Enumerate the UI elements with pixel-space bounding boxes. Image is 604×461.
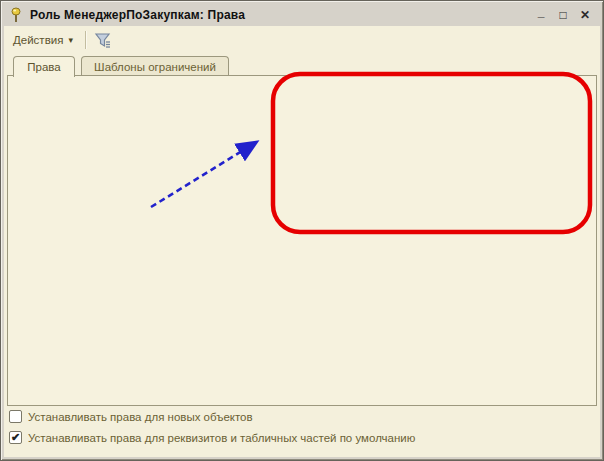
actions-menu-label: Действия (13, 34, 63, 46)
checkbox-label: Устанавливать права для реквизитов и таб… (28, 432, 415, 444)
filter-icon[interactable] (93, 31, 113, 50)
toolbar: Действия ▾ (5, 28, 601, 52)
checkbox-unchecked[interactable] (9, 410, 22, 423)
toolbar-separator (85, 31, 86, 49)
window: Роль МенеджерПоЗакупкам: Права _ □ ✕ Дей… (0, 0, 604, 461)
checkbox-label: Устанавливать права для новых объектов (28, 411, 253, 423)
role-icon (8, 7, 24, 23)
set-rights-for-attributes-row[interactable]: ✔ Устанавливать права для реквизитов и т… (9, 431, 415, 444)
tab-rights[interactable]: Права (13, 56, 75, 77)
title-bar[interactable]: Роль МенеджерПоЗакупкам: Права _ □ ✕ (4, 4, 600, 26)
maximize-button[interactable]: □ (554, 7, 572, 23)
window-title: Роль МенеджерПоЗакупкам: Права (30, 8, 245, 22)
minimize-button[interactable]: _ (532, 7, 550, 23)
close-button[interactable]: ✕ (576, 7, 594, 23)
tab-restriction-templates-label: Шаблоны ограничений (94, 61, 216, 73)
checkbox-checked[interactable]: ✔ (9, 431, 22, 444)
chevron-down-icon: ▾ (68, 35, 73, 45)
set-rights-for-new-objects-row[interactable]: Устанавливать права для новых объектов (9, 410, 253, 423)
tab-restriction-templates[interactable]: Шаблоны ограничений (81, 56, 229, 76)
actions-menu-button[interactable]: Действия ▾ (5, 31, 81, 49)
tab-rights-label: Права (27, 61, 60, 73)
rights-tab-panel (7, 75, 597, 406)
